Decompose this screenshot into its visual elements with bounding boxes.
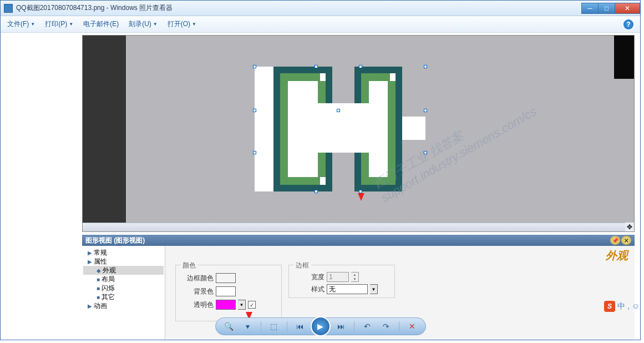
- section-title: 外观: [606, 248, 628, 263]
- close-button[interactable]: ✕: [615, 3, 640, 14]
- resize-handle[interactable]: [337, 109, 340, 112]
- resize-handle[interactable]: [359, 65, 362, 68]
- border-groupbox: 边框 宽度 1 ▲▼ 样式 无 ▼: [288, 265, 395, 298]
- menu-file[interactable]: 文件(F)▼: [7, 19, 35, 29]
- transparent-label: 透明色: [180, 300, 214, 310]
- bg-color-swatch[interactable]: [216, 286, 236, 296]
- color-groupbox: 颜色 边框颜色 背景色 透明色 ▼ ✓: [175, 265, 282, 321]
- window-title: QQ截图20170807084713.png - Windows 照片查看器: [16, 3, 173, 13]
- tree-layout[interactable]: ■布局: [83, 275, 164, 284]
- scrollbar-horizontal[interactable]: [83, 223, 625, 231]
- maximize-button[interactable]: □: [598, 3, 615, 14]
- transparent-checkbox[interactable]: ✓: [248, 301, 256, 309]
- tree-other[interactable]: ■其它: [83, 292, 164, 301]
- style-combo[interactable]: 无: [327, 284, 368, 294]
- menu-open[interactable]: 打开(O)▼: [168, 19, 196, 29]
- resize-handle[interactable]: [253, 65, 256, 68]
- zoom-dropdown[interactable]: ▾: [240, 320, 256, 332]
- rotate-ccw-button[interactable]: ↶: [359, 320, 376, 332]
- resize-handle[interactable]: [315, 65, 318, 68]
- style-dropdown[interactable]: ▼: [370, 284, 378, 294]
- resize-handle[interactable]: [424, 65, 427, 68]
- resize-handle[interactable]: [315, 190, 318, 193]
- border-color-label: 边框颜色: [180, 274, 214, 283]
- width-field[interactable]: 1: [327, 272, 349, 282]
- tree-properties[interactable]: ▶属性: [83, 257, 164, 266]
- resize-handle[interactable]: [424, 109, 427, 112]
- scrollbar-corner[interactable]: ✥: [625, 223, 634, 231]
- zoom-out-button[interactable]: 🔍: [221, 320, 237, 332]
- menu-burn[interactable]: 刻录(U)▼: [129, 19, 158, 29]
- titlebar: QQ截图20170807084713.png - Windows 照片查看器 ─…: [1, 1, 640, 16]
- next-button[interactable]: ⏭: [333, 320, 349, 332]
- resize-handle[interactable]: [253, 151, 256, 154]
- slideshow-button[interactable]: ▶: [311, 316, 331, 336]
- image-viewer: 西门子工业 找答案 support.industry.siemens.com/c…: [82, 35, 635, 232]
- ime-indicator[interactable]: S 中 , ☺: [604, 301, 640, 312]
- graphic-object[interactable]: [255, 67, 425, 191]
- resize-handle[interactable]: [424, 151, 427, 154]
- panel-title: 图形视图 (图形视图): [85, 236, 145, 245]
- rotate-cw-button[interactable]: ↷: [378, 320, 394, 332]
- panel-close-button[interactable]: ✕: [621, 236, 631, 245]
- width-label: 宽度: [305, 273, 324, 282]
- viewer-logo: [614, 36, 634, 79]
- property-tree: ▶常规 ▶属性 ◆外观 ■布局 ■闪烁 ■其它 ▶动画: [82, 246, 165, 340]
- tree-general[interactable]: ▶常规: [83, 248, 164, 257]
- tree-animation[interactable]: ▶动画: [83, 301, 164, 310]
- menubar: 文件(F)▼ 打印(P)▼ 电子邮件(E) 刻录(U)▼ 打开(O)▼ ?: [1, 16, 640, 33]
- menu-email[interactable]: 电子邮件(E): [83, 19, 119, 29]
- transparent-dropdown[interactable]: ▼: [238, 300, 246, 310]
- viewer-toolbar: 🔍 ▾ ⬚ ⏮ ▶ ⏭ ↶ ↷ ✕: [215, 317, 426, 335]
- width-spinner[interactable]: ▲▼: [351, 272, 359, 282]
- viewer-sidebar-dark: [83, 36, 126, 231]
- tree-appearance[interactable]: ◆外观: [83, 266, 164, 275]
- arrow-red-icon: [358, 193, 364, 201]
- transparent-swatch[interactable]: [216, 300, 236, 310]
- app-icon: [4, 4, 13, 13]
- panel-header: 图形视图 (图形视图) 📌 ✕: [82, 235, 635, 246]
- prev-button[interactable]: ⏮: [292, 320, 308, 332]
- fit-button[interactable]: ⬚: [266, 320, 282, 332]
- bg-color-label: 背景色: [180, 287, 214, 296]
- resize-handle[interactable]: [253, 109, 256, 112]
- style-label: 样式: [305, 285, 324, 294]
- panel-pin-button[interactable]: 📌: [610, 236, 620, 245]
- border-color-swatch[interactable]: [216, 273, 236, 283]
- ime-icon: S: [604, 301, 615, 312]
- minimize-button[interactable]: ─: [581, 3, 598, 14]
- ime-text: 中 , ☺: [617, 301, 640, 311]
- menu-print[interactable]: 打印(P)▼: [45, 19, 73, 29]
- help-icon[interactable]: ?: [623, 19, 633, 29]
- tree-blink[interactable]: ■闪烁: [83, 284, 164, 292]
- delete-button[interactable]: ✕: [404, 320, 420, 332]
